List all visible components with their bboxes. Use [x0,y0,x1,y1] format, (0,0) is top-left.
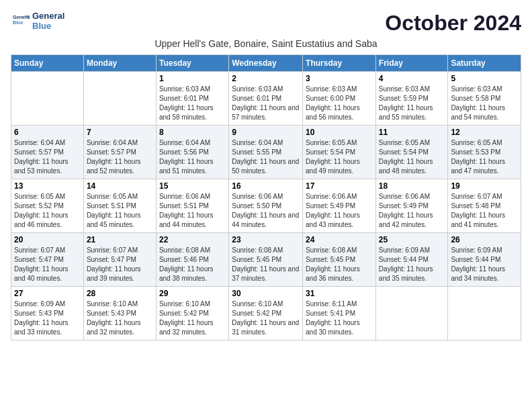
day-info: Sunrise: 6:08 AM Sunset: 5:45 PM Dayligh… [232,246,300,283]
day-info: Sunrise: 6:05 AM Sunset: 5:53 PM Dayligh… [451,138,518,176]
day-info: Sunrise: 6:06 AM Sunset: 5:49 PM Dayligh… [379,192,445,230]
calendar-cell: 20Sunrise: 6:07 AM Sunset: 5:47 PM Dayli… [11,233,84,287]
day-number: 30 [232,289,300,298]
svg-text:Blue: Blue [13,20,23,25]
day-number: 9 [232,128,300,137]
day-number: 12 [451,128,518,137]
calendar-cell: 10Sunrise: 6:05 AM Sunset: 5:54 PM Dayli… [303,126,376,179]
day-number: 1 [159,74,226,83]
calendar-cell: 27Sunrise: 6:09 AM Sunset: 5:43 PM Dayli… [11,287,84,340]
calendar-cell: 9Sunrise: 6:04 AM Sunset: 5:55 PM Daylig… [229,126,303,179]
day-info: Sunrise: 6:07 AM Sunset: 5:47 PM Dayligh… [87,246,153,283]
logo: General Blue General Blue [11,11,64,31]
calendar-cell: 13Sunrise: 6:05 AM Sunset: 5:52 PM Dayli… [11,179,84,233]
day-number: 8 [159,128,226,137]
day-number: 21 [87,235,153,244]
day-number: 17 [306,181,373,191]
calendar-cell: 24Sunrise: 6:08 AM Sunset: 5:45 PM Dayli… [303,233,376,287]
calendar-cell: 29Sunrise: 6:10 AM Sunset: 5:42 PM Dayli… [156,287,228,340]
day-info: Sunrise: 6:05 AM Sunset: 5:54 PM Dayligh… [379,138,445,176]
weekday-header-cell: Thursday [303,55,376,72]
day-number: 20 [14,235,81,244]
day-info: Sunrise: 6:11 AM Sunset: 5:41 PM Dayligh… [306,300,373,337]
day-number: 22 [159,235,226,244]
calendar-cell: 30Sunrise: 6:10 AM Sunset: 5:42 PM Dayli… [229,287,303,340]
day-number: 2 [232,74,300,83]
calendar-cell: 16Sunrise: 6:06 AM Sunset: 5:50 PM Dayli… [229,179,303,233]
calendar-cell: 3Sunrise: 6:03 AM Sunset: 6:00 PM Daylig… [303,72,376,126]
day-number: 13 [14,181,81,191]
logo-text: General Blue [32,11,64,31]
calendar-cell: 31Sunrise: 6:11 AM Sunset: 5:41 PM Dayli… [303,287,376,340]
day-number: 5 [451,74,518,83]
calendar-cell: 18Sunrise: 6:06 AM Sunset: 5:49 PM Dayli… [375,179,448,233]
calendar-cell [448,287,521,340]
day-info: Sunrise: 6:07 AM Sunset: 5:47 PM Dayligh… [14,246,81,283]
day-info: Sunrise: 6:03 AM Sunset: 6:01 PM Dayligh… [232,85,300,122]
calendar-table: SundayMondayTuesdayWednesdayThursdayFrid… [11,54,521,340]
calendar-cell: 25Sunrise: 6:09 AM Sunset: 5:44 PM Dayli… [375,233,448,287]
day-info: Sunrise: 6:03 AM Sunset: 6:00 PM Dayligh… [306,85,373,122]
weekday-header-cell: Sunday [11,55,84,72]
calendar-week-row: 27Sunrise: 6:09 AM Sunset: 5:43 PM Dayli… [11,287,521,340]
day-number: 24 [306,235,373,244]
day-number: 15 [159,181,226,191]
day-info: Sunrise: 6:08 AM Sunset: 5:46 PM Dayligh… [159,246,226,283]
calendar-cell [11,72,84,126]
weekday-header-cell: Tuesday [156,55,228,72]
day-info: Sunrise: 6:09 AM Sunset: 5:44 PM Dayligh… [379,246,445,283]
weekday-header-row: SundayMondayTuesdayWednesdayThursdayFrid… [11,55,521,72]
page-header: General Blue General Blue October 2024 [11,11,521,36]
day-number: 11 [379,128,445,137]
day-info: Sunrise: 6:09 AM Sunset: 5:44 PM Dayligh… [451,246,518,283]
month-title: October 2024 [385,11,521,36]
day-info: Sunrise: 6:03 AM Sunset: 6:01 PM Dayligh… [159,85,226,122]
calendar-cell: 6Sunrise: 6:04 AM Sunset: 5:57 PM Daylig… [11,126,84,179]
day-number: 25 [379,235,445,244]
day-number: 28 [87,289,153,298]
calendar-week-row: 13Sunrise: 6:05 AM Sunset: 5:52 PM Dayli… [11,179,521,233]
day-number: 19 [451,181,518,191]
day-number: 3 [306,74,373,83]
day-number: 29 [159,289,226,298]
calendar-cell: 8Sunrise: 6:04 AM Sunset: 5:56 PM Daylig… [156,126,228,179]
day-info: Sunrise: 6:05 AM Sunset: 5:51 PM Dayligh… [87,192,153,230]
day-info: Sunrise: 6:10 AM Sunset: 5:43 PM Dayligh… [87,300,153,337]
weekday-header-cell: Monday [83,55,156,72]
calendar-cell: 15Sunrise: 6:06 AM Sunset: 5:51 PM Dayli… [156,179,228,233]
day-number: 26 [451,235,518,244]
day-info: Sunrise: 6:06 AM Sunset: 5:49 PM Dayligh… [306,192,373,230]
calendar-cell: 28Sunrise: 6:10 AM Sunset: 5:43 PM Dayli… [83,287,156,340]
day-info: Sunrise: 6:04 AM Sunset: 5:57 PM Dayligh… [14,138,81,176]
day-number: 18 [379,181,445,191]
day-number: 4 [379,74,445,83]
calendar-cell [83,72,156,126]
day-number: 23 [232,235,300,244]
day-info: Sunrise: 6:03 AM Sunset: 5:59 PM Dayligh… [379,85,445,122]
day-info: Sunrise: 6:07 AM Sunset: 5:48 PM Dayligh… [451,192,518,230]
calendar-cell: 7Sunrise: 6:04 AM Sunset: 5:57 PM Daylig… [83,126,156,179]
day-info: Sunrise: 6:06 AM Sunset: 5:50 PM Dayligh… [232,192,300,230]
day-info: Sunrise: 6:08 AM Sunset: 5:45 PM Dayligh… [306,246,373,283]
calendar-week-row: 20Sunrise: 6:07 AM Sunset: 5:47 PM Dayli… [11,233,521,287]
weekday-header-cell: Wednesday [229,55,303,72]
calendar-cell: 23Sunrise: 6:08 AM Sunset: 5:45 PM Dayli… [229,233,303,287]
calendar-cell: 21Sunrise: 6:07 AM Sunset: 5:47 PM Dayli… [83,233,156,287]
day-info: Sunrise: 6:03 AM Sunset: 5:58 PM Dayligh… [451,85,518,122]
calendar-cell: 22Sunrise: 6:08 AM Sunset: 5:46 PM Dayli… [156,233,228,287]
day-info: Sunrise: 6:04 AM Sunset: 5:57 PM Dayligh… [87,138,153,176]
calendar-cell: 4Sunrise: 6:03 AM Sunset: 5:59 PM Daylig… [375,72,448,126]
calendar-cell [375,287,448,340]
day-info: Sunrise: 6:05 AM Sunset: 5:52 PM Dayligh… [14,192,81,230]
day-number: 10 [306,128,373,137]
day-number: 6 [14,128,81,137]
day-info: Sunrise: 6:10 AM Sunset: 5:42 PM Dayligh… [232,300,300,337]
day-info: Sunrise: 6:06 AM Sunset: 5:51 PM Dayligh… [159,192,226,230]
day-number: 16 [232,181,300,191]
weekday-header-cell: Saturday [448,55,521,72]
calendar-cell: 26Sunrise: 6:09 AM Sunset: 5:44 PM Dayli… [448,233,521,287]
day-number: 7 [87,128,153,137]
calendar-cell: 14Sunrise: 6:05 AM Sunset: 5:51 PM Dayli… [83,179,156,233]
calendar-week-row: 1Sunrise: 6:03 AM Sunset: 6:01 PM Daylig… [11,72,521,126]
logo-icon: General Blue [11,11,30,30]
